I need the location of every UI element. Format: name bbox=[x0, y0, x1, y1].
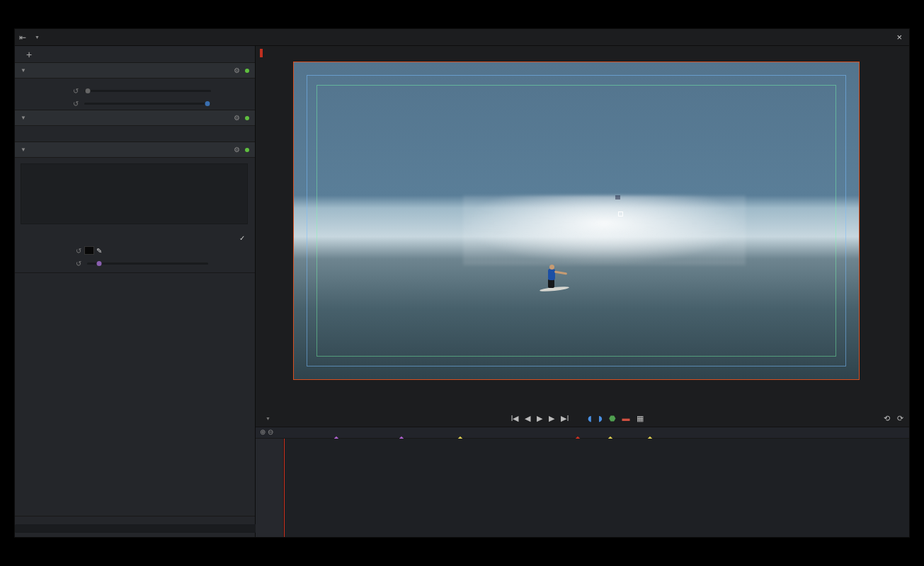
position-gizmo-icon[interactable] bbox=[618, 212, 623, 216]
reset-icon[interactable]: ↺ bbox=[76, 260, 81, 267]
sequence-marker-icon bbox=[260, 49, 263, 57]
step-fwd-button[interactable]: ▶ bbox=[549, 414, 554, 423]
collapse-icon: ▼ bbox=[21, 146, 26, 153]
preview-header bbox=[256, 46, 909, 60]
timeline: ⊕ ⊖ bbox=[256, 427, 909, 537]
title-dropdown-icon[interactable]: ▼ bbox=[35, 35, 40, 40]
section-header-3d-dve[interactable]: ▼ ⚙ bbox=[15, 63, 255, 79]
slider-titles-size[interactable]: ↺ bbox=[18, 257, 252, 270]
titlebar: ⇤ ▼ × bbox=[15, 29, 909, 46]
goto-end-button[interactable]: ▶I bbox=[561, 414, 569, 423]
marker-button[interactable]: ⬣ bbox=[609, 414, 616, 423]
section-header-titles[interactable]: ▼ ⚙ bbox=[15, 142, 255, 158]
zoom-out-icon[interactable]: ⊖ bbox=[268, 428, 273, 436]
timecode-dropdown-icon[interactable]: ▼ bbox=[266, 416, 270, 421]
loop-in-button[interactable]: ⟲ bbox=[884, 414, 890, 423]
collapse-icon: ▼ bbox=[21, 67, 26, 74]
section-titles: ▼ ⚙ ✓ bbox=[15, 142, 255, 273]
keyframes-bar: ✦ ← →| ⟳ ⚙ bbox=[15, 516, 255, 537]
loop-out-button[interactable]: ⟳ bbox=[897, 414, 903, 423]
mark-in-button[interactable]: ◖ bbox=[588, 414, 592, 423]
play-button[interactable]: ▶ bbox=[537, 414, 542, 423]
mark-out-button[interactable]: ◗ bbox=[598, 414, 603, 423]
colour-swatch[interactable] bbox=[84, 246, 94, 255]
grid-toggle-icon[interactable]: ▦ bbox=[637, 414, 644, 423]
goto-start-button[interactable]: I◀ bbox=[511, 414, 518, 423]
checkbox-checked-icon[interactable]: ✓ bbox=[239, 234, 245, 242]
slider-opacity[interactable]: ↺ bbox=[15, 97, 255, 110]
enabled-indicator[interactable] bbox=[245, 69, 249, 73]
marker-colour-icon[interactable]: ▬ bbox=[622, 414, 630, 422]
titles-enabled-row[interactable]: ✓ bbox=[18, 231, 252, 244]
slider-edge-softness[interactable]: ↺ bbox=[15, 84, 255, 97]
gear-icon[interactable]: ⚙ bbox=[234, 114, 240, 122]
add-effect-button[interactable]: + bbox=[19, 49, 39, 60]
eyedropper-icon[interactable]: ✎ bbox=[96, 247, 102, 255]
gear-icon[interactable]: ⚙ bbox=[234, 67, 240, 74]
safe-area-inner bbox=[316, 85, 836, 357]
zoom-in-icon[interactable]: ⊕ bbox=[260, 428, 266, 436]
preview-viewport[interactable] bbox=[293, 62, 860, 380]
reset-icon[interactable]: ↺ bbox=[73, 87, 79, 95]
timeline-ruler[interactable]: ⊕ ⊖ bbox=[256, 427, 909, 439]
enabled-indicator[interactable] bbox=[245, 148, 249, 152]
position-handle[interactable] bbox=[615, 195, 620, 200]
reset-icon[interactable]: ↺ bbox=[76, 247, 81, 255]
collapse-icon: ▼ bbox=[21, 115, 26, 121]
section-header-cc[interactable]: ▼ ⚙ bbox=[15, 110, 255, 126]
reset-icon[interactable]: ↺ bbox=[73, 100, 79, 108]
step-back-button[interactable]: ◀ bbox=[525, 414, 530, 423]
gear-icon[interactable]: ⚙ bbox=[234, 146, 240, 154]
effects-panel: + ▼ ⚙ ↺ bbox=[15, 46, 256, 537]
back-icon[interactable]: ⇤ bbox=[19, 33, 26, 42]
section-colour-correction: ▼ ⚙ bbox=[15, 110, 255, 142]
transport-bar: ▼ I◀ ◀ ▶ ▶ ▶I ◖ ◗ ⬣ ▬ ▦ ⟲ ⟳ bbox=[256, 410, 909, 427]
enabled-indicator[interactable] bbox=[245, 116, 249, 120]
section-3d-dve: ▼ ⚙ ↺ ↺ bbox=[15, 63, 255, 110]
titles-text-input[interactable] bbox=[21, 163, 248, 224]
tracks-area[interactable] bbox=[284, 439, 909, 537]
window-close-button[interactable]: × bbox=[894, 32, 905, 42]
titles-colour-row[interactable]: ↺ ✎ bbox=[18, 244, 252, 257]
playhead-line[interactable] bbox=[284, 439, 285, 537]
